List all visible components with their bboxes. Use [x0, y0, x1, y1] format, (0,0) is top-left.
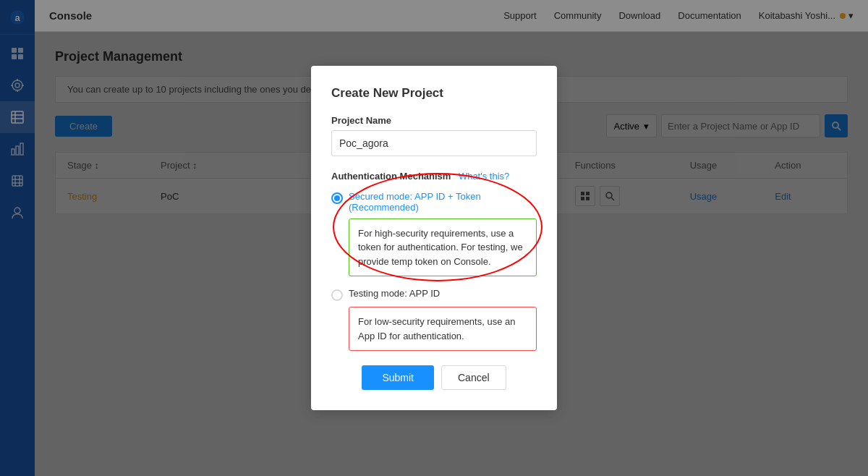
- create-project-modal: Create New Project Project Name Authenti…: [311, 66, 557, 411]
- project-name-label: Project Name: [331, 115, 537, 126]
- testing-mode-desc: For low-security requirements, use an Ap…: [358, 316, 515, 341]
- auth-help-link[interactable]: What's this?: [459, 171, 509, 182]
- auth-section-header: Authentication Mechanism What's this?: [331, 169, 537, 182]
- secured-mode-description-box: For high-security requirements, use a to…: [349, 218, 537, 277]
- testing-mode-radio[interactable]: [331, 289, 343, 301]
- secured-mode-label: Secured mode: APP ID + Token (Recommende…: [349, 191, 537, 213]
- cancel-button[interactable]: Cancel: [441, 365, 506, 390]
- modal-overlay: Create New Project Project Name Authenti…: [0, 0, 868, 476]
- secured-mode-option: Secured mode: APP ID + Token (Recommende…: [331, 191, 537, 213]
- testing-mode-option: Testing mode: APP ID: [331, 288, 537, 301]
- secured-mode-radio[interactable]: [331, 192, 343, 204]
- modal-footer: Submit Cancel: [331, 365, 537, 390]
- testing-mode-label: Testing mode: APP ID: [349, 288, 440, 299]
- modal-title: Create New Project: [331, 86, 537, 101]
- submit-button[interactable]: Submit: [362, 365, 434, 390]
- project-name-input[interactable]: [331, 130, 537, 156]
- secured-mode-desc: For high-security requirements, use a to…: [358, 228, 523, 267]
- auth-label: Authentication Mechanism: [331, 171, 451, 182]
- testing-mode-description-box: For low-security requirements, use an Ap…: [349, 307, 537, 351]
